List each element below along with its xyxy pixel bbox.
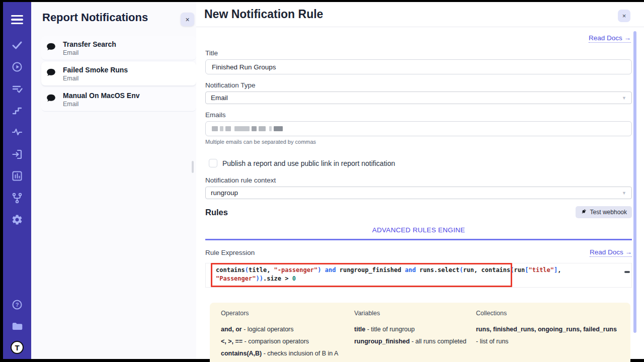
list-item-manual-on-macos-env[interactable]: Manual On MacOS Env Email [41,87,196,112]
modal-content: Read Docs → Title Notification Type Emai… [205,27,632,362]
read-docs-link[interactable]: Read Docs → [589,34,631,43]
publish-report-checkbox[interactable] [209,159,217,167]
help-entry: rungroup_finished - all runs completed [354,335,476,347]
new-notification-rule-modal: New Notification Rule × Read Docs → Titl… [196,2,644,359]
list-item-subtitle: Email [63,101,139,108]
test-webhook-label: Test webhook [590,209,627,216]
activity-icon[interactable] [11,126,24,139]
app-logo[interactable]: T [11,341,24,354]
chat-bubble-icon [46,42,56,54]
rules-help-box: Operators and, or - logical operators <,… [210,303,630,362]
list-item-subtitle: Email [63,75,128,82]
chevron-down-icon: ▼ [622,96,626,101]
test-webhook-button[interactable]: Test webhook [576,206,632,218]
chat-bubble-icon [46,67,56,80]
list-check-icon[interactable] [11,82,24,96]
sign-in-icon[interactable] [11,148,24,161]
play-circle-icon[interactable] [11,60,24,73]
rule-expression-editor[interactable]: contains(title, "-passenger") and rungro… [205,263,632,288]
notification-list: Transfer Search Email Failed Smoke Runs … [41,36,196,113]
panel-title: Report Notifications [42,11,148,24]
notification-type-select[interactable]: Email ▼ [205,92,632,104]
rule-expression-label: Rule Expression [205,249,255,256]
editor-scrollbar-thumb[interactable] [624,271,630,273]
rules-tab-bar: ADVANCED RULES ENGINE [205,225,632,240]
list-item-failed-smoke-runs[interactable]: Failed Smoke Runs Email [41,62,196,86]
modal-scrollbar-thumb[interactable] [633,31,636,333]
tab-advanced-rules-engine[interactable]: ADVANCED RULES ENGINE [372,226,465,234]
notification-type-label: Notification Type [205,81,632,89]
git-fork-icon[interactable] [11,192,24,205]
list-item-title: Transfer Search [63,40,116,48]
folder-icon[interactable] [11,320,24,333]
help-entry: 0.seconds_ago - same as Time.now [221,359,354,362]
modal-close-button[interactable]: × [618,10,630,22]
check-icon[interactable] [11,39,24,52]
panel-close-button[interactable]: × [181,13,194,26]
gear-icon[interactable] [11,213,24,226]
code-text: contains(title, "-passenger") and rungro… [206,263,631,283]
logo-t: T [11,341,24,354]
steps-icon[interactable] [11,104,24,117]
help-icon[interactable]: ? [11,298,24,311]
notification-type-value: Email [211,94,228,102]
help-entry: contains(A,B) - checks inclusion of B in… [221,347,354,359]
app-window: ? T Report Notifications × Transfer Sear… [0,0,644,362]
modal-title: New Notification Rule [204,8,323,21]
plug-icon [581,208,587,216]
help-column-title: Variables [354,310,476,317]
help-entry: <, >, == - comparison operators [221,335,354,347]
app-sidebar: ? T [3,2,31,359]
emails-label: Emails [205,111,632,119]
rule-context-value: rungroup [211,189,238,197]
title-label: Title [205,49,632,57]
svg-text:?: ? [16,302,19,308]
rules-heading: Rules [205,208,228,217]
emails-help-text: Multiple emails can be separated by comm… [205,139,632,145]
help-entry: title - title of rungroup [354,323,476,335]
modal-header: New Notification Rule × [196,2,644,27]
publish-report-label: Publish a report and use public link in … [222,159,395,167]
help-entry: runs, finished_runs, ongoing_runs, faile… [476,323,619,347]
help-column-title: Collections [476,310,619,317]
help-column-title: Operators [221,310,354,317]
chevron-down-icon: ▼ [622,191,626,196]
menu-icon[interactable] [11,13,24,26]
emails-input[interactable] [205,121,632,136]
list-item-title: Manual On MacOS Env [63,92,139,100]
chat-bubble-icon [46,93,56,106]
list-item-title: Failed Smoke Runs [63,66,128,74]
help-entry: and, or - logical operators [221,323,354,335]
rule-context-label: Notification rule context [205,176,632,184]
list-item-subtitle: Email [63,49,116,56]
rule-context-select[interactable]: rungroup ▼ [205,187,632,199]
bar-chart-icon[interactable] [11,169,24,183]
notifications-panel: Report Notifications × Transfer Search E… [31,2,196,359]
panel-scrollbar-thumb[interactable] [192,161,194,173]
rule-expression-read-docs-link[interactable]: Read Docs → [590,248,632,257]
title-input[interactable] [205,59,632,74]
list-item-transfer-search[interactable]: Transfer Search Email [41,36,196,60]
